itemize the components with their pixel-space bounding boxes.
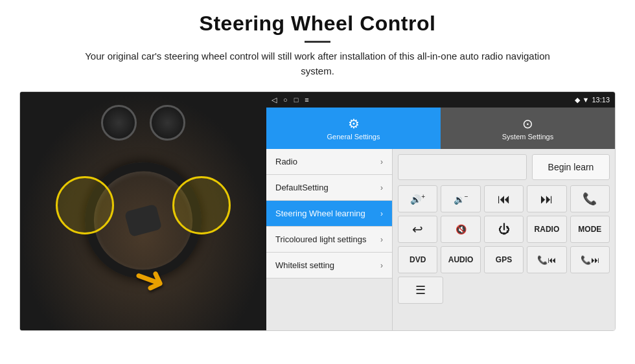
speedometer <box>101 105 137 141</box>
call-button[interactable]: 📞 <box>570 185 610 212</box>
car-image-panel: ➜ <box>20 92 266 330</box>
menu-item-radio-label: Radio <box>275 157 380 166</box>
gps-label: GPS <box>496 255 512 264</box>
begin-learn-button[interactable]: Begin learn <box>532 154 610 180</box>
home-nav-icon[interactable]: ○ <box>283 96 288 104</box>
menu-chevron-whitelist: › <box>380 261 383 270</box>
mute-button[interactable]: 🔇 <box>441 216 480 243</box>
tab-general-label: General Settings <box>327 133 380 141</box>
vol-up-icon: 🔊+ <box>410 193 425 205</box>
menu-item-default-setting[interactable]: DefaultSetting › <box>266 175 392 201</box>
next-track-icon: ⏭ <box>540 192 553 207</box>
menu-chevron-default: › <box>380 183 383 192</box>
radio-label: RADIO <box>535 225 560 234</box>
menu-list-button[interactable]: ☰ <box>398 277 443 304</box>
begin-learn-row: Begin learn <box>398 154 610 180</box>
highlight-right-buttons <box>172 176 231 234</box>
menu-item-steering-wheel[interactable]: Steering Wheel learning › <box>266 201 392 227</box>
highlight-left-buttons <box>56 176 114 234</box>
prev-track-icon: ⏮ <box>498 192 511 207</box>
car-background: ➜ <box>20 92 266 330</box>
control-row-2: ↩ 🔇 ⏻ RADIO MODE <box>398 216 610 243</box>
menu-item-radio[interactable]: Radio › <box>266 149 392 175</box>
back-button[interactable]: ↩ <box>398 216 437 243</box>
recents-nav-icon[interactable]: □ <box>294 96 299 104</box>
back-icon: ↩ <box>412 222 423 237</box>
menu-item-steering-label: Steering Wheel learning <box>275 209 380 218</box>
signal-icon: ▼ <box>583 96 590 104</box>
menu-item-whitelist[interactable]: Whitelist setting › <box>266 253 392 279</box>
mode-label: MODE <box>578 225 601 234</box>
power-icon: ⏻ <box>498 223 510 236</box>
call-next-button[interactable]: 📞⏭ <box>570 246 610 273</box>
content-area: ➜ ◁ ○ □ ≡ ◆ ▼ 13:13 ⚙ General Settings <box>19 91 616 331</box>
menu-chevron-steering: › <box>380 209 383 218</box>
dash-instruments <box>101 105 185 141</box>
back-nav-icon[interactable]: ◁ <box>271 96 277 104</box>
right-panel: Begin learn 🔊+ 🔉− ⏮ ⏭ <box>393 149 615 330</box>
location-icon: ◆ <box>575 96 580 104</box>
status-bar-nav: ◁ ○ □ ≡ <box>271 96 309 104</box>
status-bar: ◁ ○ □ ≡ ◆ ▼ 13:13 <box>266 92 615 108</box>
menu-item-whitelist-label: Whitelist setting <box>275 260 380 270</box>
gps-button[interactable]: GPS <box>484 246 524 273</box>
call-prev-icon: 📞⏮ <box>537 255 556 265</box>
tab-system-label: System Settings <box>502 133 553 141</box>
general-settings-icon: ⚙ <box>348 116 360 131</box>
vol-up-button[interactable]: 🔊+ <box>398 185 437 212</box>
tab-general-settings[interactable]: ⚙ General Settings <box>266 108 441 149</box>
dvd-label: DVD <box>410 255 426 264</box>
system-settings-icon: ⊙ <box>522 116 533 131</box>
call-next-icon: 📞⏭ <box>581 255 599 265</box>
next-track-button[interactable]: ⏭ <box>527 185 566 212</box>
power-button[interactable]: ⏻ <box>484 216 524 243</box>
vol-down-button[interactable]: 🔉− <box>441 185 480 212</box>
call-prev-button[interactable]: 📞⏮ <box>527 246 566 273</box>
clock: 13:13 <box>592 96 610 104</box>
page-header: Steering Wheel Control Your original car… <box>0 0 635 85</box>
audio-label: AUDIO <box>448 255 474 264</box>
settings-header: ⚙ General Settings ⊙ System Settings <box>266 108 615 149</box>
title-divider <box>305 41 330 43</box>
tab-system-settings[interactable]: ⊙ System Settings <box>441 108 615 149</box>
learn-spacer <box>398 154 527 180</box>
status-bar-info: ◆ ▼ 13:13 <box>575 96 610 104</box>
menu-chevron-radio: › <box>380 157 383 166</box>
tachometer <box>150 105 185 141</box>
main-content: Radio › DefaultSetting › Steering Wheel … <box>266 149 615 330</box>
page-subtitle: Your original car's steering wheel contr… <box>71 49 564 78</box>
control-row-4: ☰ <box>398 277 610 304</box>
call-icon: 📞 <box>583 192 597 206</box>
menu-item-tricoloured[interactable]: Tricoloured light settings › <box>266 227 392 253</box>
menu-item-default-label: DefaultSetting <box>275 183 380 192</box>
radio-button[interactable]: RADIO <box>527 216 566 243</box>
control-row-3: DVD AUDIO GPS 📞⏮ 📞⏭ <box>398 246 610 273</box>
menu-chevron-tricoloured: › <box>380 235 383 244</box>
menu-nav-icon[interactable]: ≡ <box>305 96 308 104</box>
android-panel: ◁ ○ □ ≡ ◆ ▼ 13:13 ⚙ General Settings ⊙ S… <box>266 92 615 330</box>
control-row-1: 🔊+ 🔉− ⏮ ⏭ 📞 <box>398 185 610 212</box>
mute-icon: 🔇 <box>456 224 467 234</box>
page-title: Steering Wheel Control <box>26 12 609 36</box>
prev-track-button[interactable]: ⏮ <box>484 185 524 212</box>
vol-down-icon: 🔉− <box>454 193 468 205</box>
audio-button[interactable]: AUDIO <box>441 246 480 273</box>
menu-item-tricoloured-label: Tricoloured light settings <box>275 234 380 244</box>
left-menu: Radio › DefaultSetting › Steering Wheel … <box>266 149 393 330</box>
dvd-button[interactable]: DVD <box>398 246 437 273</box>
menu-list-icon: ☰ <box>415 283 426 297</box>
mode-button[interactable]: MODE <box>570 216 610 243</box>
